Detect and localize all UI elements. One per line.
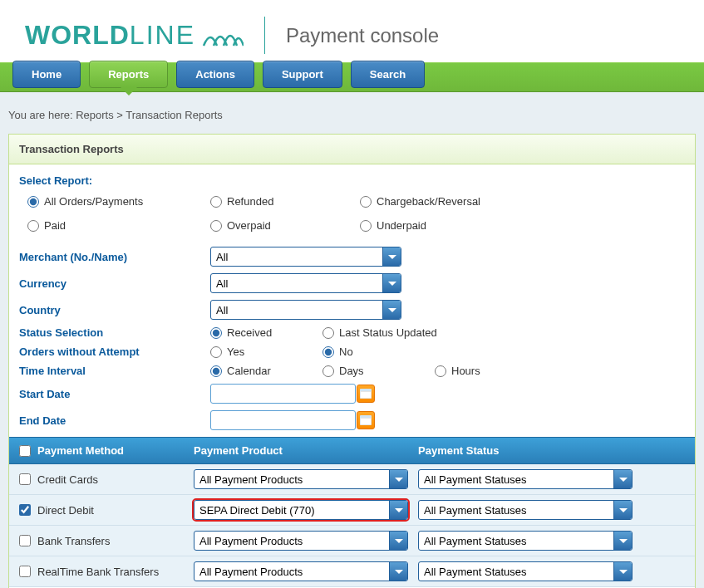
payment-product-select[interactable]: [194, 531, 408, 551]
radio-attempt-yes[interactable]: Yes: [210, 345, 289, 358]
end-date-calendar-button[interactable]: [357, 411, 375, 429]
radio-days[interactable]: Days: [322, 365, 401, 377]
payment-product-select[interactable]: [194, 500, 408, 520]
nav-search[interactable]: Search: [351, 61, 425, 88]
radio-underpaid[interactable]: Underpaid: [360, 219, 526, 232]
row-method-label: Bank Transfers: [37, 535, 110, 547]
radio-underpaid-input[interactable]: [360, 220, 372, 232]
payment-status-value[interactable]: [418, 500, 633, 520]
radio-all-orders[interactable]: All Orders/Payments: [27, 195, 210, 208]
table-header: Payment Method Payment Product Payment S…: [9, 437, 695, 464]
nav-support[interactable]: Support: [263, 61, 342, 88]
radio-paid[interactable]: Paid: [27, 219, 210, 232]
radio-days-input[interactable]: [322, 365, 334, 377]
payment-product-value[interactable]: [194, 561, 408, 581]
currency-select[interactable]: [210, 273, 401, 293]
payment-product-value[interactable]: [194, 500, 408, 520]
country-select[interactable]: [210, 300, 401, 320]
radio-attempt-no-input[interactable]: [322, 346, 334, 358]
radio-chargeback-input[interactable]: [360, 196, 372, 208]
radio-days-label: Days: [339, 365, 364, 377]
header-checkbox[interactable]: [19, 445, 31, 457]
radio-calendar-input[interactable]: [210, 365, 222, 377]
radio-attempt-no[interactable]: No: [322, 345, 401, 358]
breadcrumb: You are here: Reports > Transaction Repo…: [8, 105, 696, 134]
row-checkbox[interactable]: [19, 566, 31, 577]
radio-overpaid-input[interactable]: [210, 220, 222, 232]
payment-status-value[interactable]: [418, 561, 633, 581]
radio-received-label: Received: [227, 326, 272, 339]
th-payment-product: Payment Product: [194, 444, 418, 457]
report-radio-group: All Orders/Payments Refunded Chargeback/…: [27, 195, 685, 232]
row-checkbox[interactable]: [19, 535, 31, 546]
start-date-label: Start Date: [19, 388, 210, 400]
th-payment-status: Payment Status: [418, 444, 642, 457]
payment-status-value[interactable]: [418, 469, 633, 489]
payment-product-value[interactable]: [194, 531, 408, 551]
logo-text-line: LINE: [130, 20, 195, 51]
radio-hours-input[interactable]: [435, 365, 446, 377]
payment-product-value[interactable]: [194, 469, 408, 489]
logo-subtitle: Payment console: [286, 24, 439, 47]
radio-attempt-no-label: No: [339, 345, 353, 358]
radio-all-orders-input[interactable]: [27, 196, 39, 208]
nav-reports[interactable]: Reports: [89, 61, 168, 88]
row-checkbox[interactable]: [19, 473, 31, 485]
radio-paid-input[interactable]: [27, 220, 39, 232]
radio-attempt-yes-input[interactable]: [210, 346, 222, 358]
status-selection-label: Status Selection: [19, 326, 210, 339]
payment-product-select[interactable]: [194, 469, 408, 489]
payment-status-select[interactable]: [418, 500, 633, 520]
payment-status-value[interactable]: [418, 531, 633, 551]
merchant-select[interactable]: [210, 247, 401, 267]
radio-hours[interactable]: Hours: [435, 365, 514, 377]
logo-wave-icon: [202, 24, 244, 47]
select-report-label: Select Report:: [19, 174, 685, 187]
radio-overpaid[interactable]: Overpaid: [210, 219, 360, 232]
payment-status-select[interactable]: [418, 531, 633, 551]
calendar-icon: [360, 389, 372, 399]
content: You are here: Reports > Transaction Repo…: [0, 92, 704, 588]
radio-refunded[interactable]: Refunded: [210, 195, 360, 208]
nav-actions[interactable]: Actions: [176, 61, 254, 88]
radio-underpaid-label: Underpaid: [377, 219, 426, 232]
start-date-input[interactable]: [210, 384, 356, 404]
panel-title: Transaction Reports: [9, 135, 695, 164]
navbar: Home Reports Actions Support Search: [0, 62, 704, 92]
start-date-calendar-button[interactable]: [357, 385, 375, 403]
payment-product-select[interactable]: [194, 561, 408, 581]
radio-all-orders-label: All Orders/Payments: [44, 195, 143, 208]
panel-body: Select Report: All Orders/Payments Refun…: [9, 164, 695, 588]
table-row: Bank Transfers: [9, 526, 695, 556]
country-select-value[interactable]: [210, 300, 401, 320]
radio-received[interactable]: Received: [210, 326, 289, 339]
nav-home[interactable]: Home: [12, 61, 81, 88]
payment-status-select[interactable]: [418, 469, 633, 489]
radio-last-updated-input[interactable]: [322, 327, 334, 339]
country-label: Country: [19, 304, 210, 316]
currency-select-value[interactable]: [210, 273, 401, 293]
logo-divider: [264, 17, 265, 54]
merchant-select-value[interactable]: [210, 247, 401, 267]
radio-refunded-input[interactable]: [210, 196, 222, 208]
radio-chargeback[interactable]: Chargeback/Reversal: [360, 195, 526, 208]
radio-calendar[interactable]: Calendar: [210, 365, 289, 377]
radio-chargeback-label: Chargeback/Reversal: [377, 195, 480, 208]
table-row: RealTime Bank Transfers: [9, 556, 695, 587]
payment-table: Payment Method Payment Product Payment S…: [9, 437, 695, 587]
radio-calendar-label: Calendar: [227, 365, 271, 377]
table-row: Credit Cards: [9, 464, 695, 495]
radio-received-input[interactable]: [210, 327, 222, 339]
time-interval-label: Time Interval: [19, 365, 210, 377]
radio-hours-label: Hours: [451, 365, 480, 377]
currency-label: Currency: [19, 277, 210, 290]
table-row: Direct Debit: [9, 495, 695, 526]
orders-without-attempt-label: Orders without Attempt: [19, 345, 210, 358]
radio-refunded-label: Refunded: [227, 195, 273, 208]
radio-last-updated[interactable]: Last Status Updated: [322, 326, 437, 339]
row-checkbox[interactable]: [19, 504, 31, 516]
radio-last-updated-label: Last Status Updated: [339, 326, 437, 339]
logo: WORLDLINE: [25, 20, 244, 51]
payment-status-select[interactable]: [418, 561, 633, 581]
end-date-input[interactable]: [210, 410, 356, 430]
